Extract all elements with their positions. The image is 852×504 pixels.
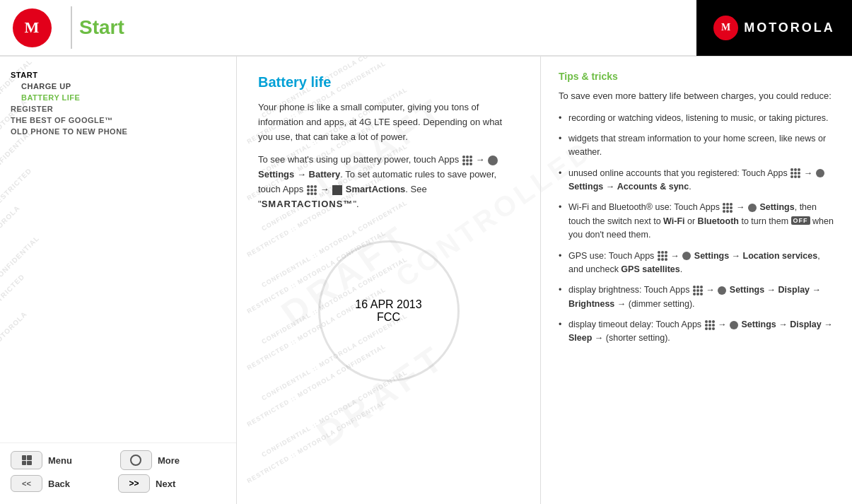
- content-paragraph-1: Your phone is like a small computer, giv…: [258, 100, 519, 144]
- smartactions-label: SmartActions: [346, 184, 406, 194]
- back-label: Back: [48, 479, 70, 489]
- nav-item-register[interactable]: REGISTER: [11, 105, 226, 113]
- nav-item-start[interactable]: START: [11, 71, 226, 79]
- right-content-panel: Tips & tricks To save even more battery …: [541, 57, 852, 504]
- motorola-logo-circle: M: [13, 8, 52, 47]
- more-label: More: [158, 455, 180, 466]
- apps-icon-t6: [693, 286, 703, 295]
- settings-icon-t6: [718, 286, 726, 295]
- header-divider: [71, 6, 72, 49]
- main-content-panel: Battery life Your phone is like a small …: [237, 57, 541, 504]
- motorola-logo-m: M: [25, 18, 40, 37]
- settings-icon-t4: [748, 204, 757, 212]
- fcc-stamp-area: 16 APR 2013 FCC: [258, 240, 519, 382]
- page-title: Start: [79, 16, 696, 39]
- tip-item-1: recording or watching videos, listening …: [559, 112, 834, 125]
- back-button[interactable]: <<: [11, 475, 42, 492]
- next-chevron-icon: >>: [129, 479, 139, 488]
- apps-icon-t7: [705, 320, 715, 330]
- header: M Start M MOTOROLA: [0, 0, 852, 57]
- menu-button[interactable]: [11, 451, 42, 469]
- fcc-text: FCC: [377, 311, 400, 324]
- tip-item-3: unused online accounts that you register…: [559, 167, 834, 194]
- more-circle-icon: [130, 455, 141, 466]
- next-label: Next: [156, 479, 175, 489]
- apps-icon-t3: [790, 168, 800, 178]
- content-area: CONFIDENTIAL :: MOTOROLA CONFIDENTIAL RE…: [237, 57, 852, 504]
- bottom-btn-row-2: << Back >> Next: [11, 474, 226, 493]
- smartactions-icon: [332, 185, 342, 195]
- main-layout: CONFIDENTIAL MOTOROLA CONFIDENTIAL RESTR…: [0, 57, 852, 504]
- settings-icon-1: [488, 156, 498, 165]
- brand-logo-circle: M: [713, 16, 738, 40]
- apps-icon-1: [462, 156, 472, 165]
- settings-icon-t3: [816, 169, 824, 177]
- apps-icon-2: [307, 185, 317, 195]
- nav-item-old-phone[interactable]: OLD PHONE TO NEW PHONE: [11, 127, 226, 136]
- brand-name: MOTOROLA: [744, 20, 835, 35]
- nav-item-battery-life[interactable]: BATTERY LIFE: [11, 93, 226, 102]
- section-title: Battery life: [258, 74, 519, 90]
- brand-logo-m: M: [721, 22, 730, 33]
- apps-icon-t5: [658, 251, 667, 261]
- battery-label: Battery: [309, 169, 341, 180]
- fcc-date: 16 APR 2013: [355, 298, 421, 311]
- sidebar-bottom: Menu More << Back >> Next: [0, 443, 236, 504]
- tip-item-4: Wi-Fi and Bluetooth® use: Touch Apps → S…: [559, 201, 834, 242]
- motorola-logo-area: M: [0, 1, 64, 54]
- back-chevron-icon: <<: [22, 479, 31, 488]
- brand-logo: M MOTOROLA: [713, 16, 835, 40]
- more-button[interactable]: [120, 450, 152, 470]
- tip-item-5: GPS use: Touch Apps → Settings → Locatio…: [559, 250, 834, 277]
- next-button[interactable]: >>: [118, 474, 150, 493]
- off-badge: OFF: [791, 216, 810, 225]
- sidebar: CONFIDENTIAL MOTOROLA CONFIDENTIAL RESTR…: [0, 57, 237, 504]
- sidebar-nav: START CHARGE UP BATTERY LIFE REGISTER TH…: [0, 57, 236, 443]
- settings-icon-t7: [730, 321, 738, 329]
- settings-icon-t5: [682, 252, 691, 260]
- menu-label: Menu: [48, 455, 72, 466]
- apps-icon-t4: [723, 203, 733, 213]
- tip-item-2: widgets that stream information to your …: [559, 132, 834, 160]
- smartactions-quote: SMARTACTIONS™: [262, 199, 354, 209]
- tip-item-7: display timeout delay: Touch Apps → Sett…: [559, 318, 834, 346]
- nav-item-best-of-google[interactable]: THE BEST OF GOOGLE™: [11, 116, 226, 124]
- fcc-stamp: 16 APR 2013 FCC: [318, 240, 460, 382]
- content-paragraph-2: To see what's using up battery power, to…: [258, 153, 519, 211]
- menu-grid-icon: [22, 455, 32, 465]
- settings-label-1: Settings: [258, 169, 294, 180]
- motorola-brand-bar: M MOTOROLA: [696, 0, 852, 56]
- tips-intro: To save even more battery life between c…: [559, 89, 834, 103]
- nav-item-charge-up[interactable]: CHARGE UP: [11, 82, 226, 90]
- tip-item-6: display brightness: Touch Apps → Setting…: [559, 283, 834, 311]
- tips-title: Tips & tricks: [559, 71, 834, 82]
- tips-list: recording or watching videos, listening …: [559, 112, 834, 346]
- bottom-btn-row-1: Menu More: [11, 450, 226, 470]
